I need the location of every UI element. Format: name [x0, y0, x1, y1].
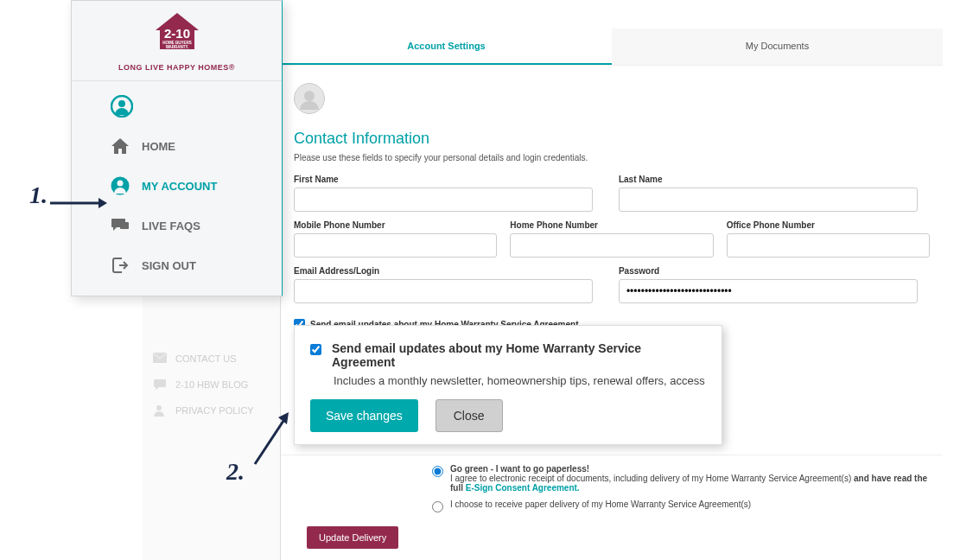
- label-password: Password: [619, 266, 918, 276]
- home-icon: [111, 137, 130, 156]
- email-field[interactable]: [294, 279, 593, 303]
- bg-nav-blog[interactable]: 2-10 HBW BLOG: [143, 372, 280, 398]
- nav-sign-out[interactable]: SIGN OUT: [72, 245, 282, 285]
- annotation-arrow-1: [48, 194, 109, 212]
- save-changes-button[interactable]: Save changes: [310, 399, 418, 432]
- mobile-phone-field[interactable]: [294, 233, 497, 258]
- label-mobile-phone: Mobile Phone Number: [294, 220, 497, 230]
- label-last-name: Last Name: [619, 175, 918, 184]
- annotation-number-1: 1.: [29, 181, 48, 209]
- tab-account-settings[interactable]: Account Settings: [281, 29, 612, 65]
- person-icon: [153, 404, 167, 417]
- delivery-section: Go green - I want to go paperless! I agr…: [281, 455, 943, 560]
- nav-home-label: HOME: [142, 140, 175, 153]
- profile-icon[interactable]: [111, 105, 133, 120]
- avatar[interactable]: [294, 83, 325, 114]
- nav-my-account-label: MY ACCOUNT: [142, 180, 217, 193]
- office-phone-field[interactable]: [727, 233, 930, 258]
- bg-nav-contact-us[interactable]: CONTACT US: [143, 346, 280, 372]
- envelope-icon: [153, 353, 167, 365]
- sign-out-icon: [111, 256, 130, 275]
- label-home-phone: Home Phone Number: [510, 220, 713, 230]
- svg-line-11: [255, 421, 283, 464]
- account-icon: [111, 176, 130, 195]
- modal-subtitle: Includes a monthly newsletter, homeowner…: [334, 374, 706, 387]
- annotation-arrow-2: [251, 410, 294, 471]
- paper-radio[interactable]: [432, 501, 443, 512]
- modal-checkbox[interactable]: [310, 344, 321, 355]
- nav-home[interactable]: HOME: [72, 126, 282, 166]
- update-delivery-button[interactable]: Update Delivery: [307, 526, 398, 549]
- label-email: Email Address/Login: [294, 266, 593, 276]
- close-button[interactable]: Close: [435, 399, 503, 432]
- chat-icon: [111, 216, 130, 235]
- tab-my-documents[interactable]: My Documents: [612, 29, 943, 65]
- section-title: Contact Information: [294, 130, 943, 148]
- bg-nav-label: PRIVACY POLICY: [175, 405, 254, 416]
- svg-text:WARRANTY.: WARRANTY.: [165, 45, 188, 49]
- tabs: Account Settings My Documents: [281, 29, 943, 66]
- profile-icon-row: [72, 81, 282, 126]
- svg-point-8: [118, 181, 124, 187]
- svg-point-1: [156, 405, 162, 410]
- svg-point-6: [118, 100, 125, 107]
- sidebar-card: 2-10 HOME BUYERS WARRANTY. LONG LIVE HAP…: [71, 0, 283, 296]
- modal-title: Send email updates about my Home Warrant…: [332, 341, 706, 369]
- paperless-radio[interactable]: [432, 466, 443, 477]
- brand-logo: 2-10 HOME BUYERS WARRANTY.: [151, 13, 203, 61]
- email-updates-modal: Send email updates about my Home Warrant…: [294, 325, 722, 445]
- label-first-name: First Name: [294, 175, 593, 184]
- brand-tagline: LONG LIVE HAPPY HOMES®: [80, 63, 273, 72]
- logo-area: 2-10 HOME BUYERS WARRANTY. LONG LIVE HAP…: [72, 1, 282, 81]
- esign-link[interactable]: E-Sign Consent Agreement.: [466, 483, 580, 493]
- annotation-number-2: 2.: [226, 458, 245, 486]
- main-panel: Account Settings My Documents Contact In…: [281, 29, 943, 560]
- last-name-field[interactable]: [619, 188, 918, 212]
- paper-text: I choose to receive paper delivery of my…: [450, 500, 930, 509]
- bg-nav-label: 2-10 HBW BLOG: [175, 379, 248, 390]
- svg-rect-9: [120, 222, 129, 229]
- nav-sign-out-label: SIGN OUT: [142, 259, 196, 272]
- password-field[interactable]: [619, 279, 918, 303]
- paperless-text: Go green - I want to go paperless! I agr…: [450, 464, 930, 493]
- svg-text:2-10: 2-10: [163, 26, 189, 41]
- comment-icon: [153, 379, 167, 391]
- section-description: Please use these fields to specify your …: [294, 153, 943, 162]
- label-office-phone: Office Phone Number: [727, 220, 930, 230]
- nav-live-faqs-label: LIVE FAQS: [142, 220, 200, 232]
- first-name-field[interactable]: [294, 188, 593, 212]
- home-phone-field[interactable]: [510, 233, 713, 258]
- bg-nav-label: CONTACT US: [175, 353, 237, 364]
